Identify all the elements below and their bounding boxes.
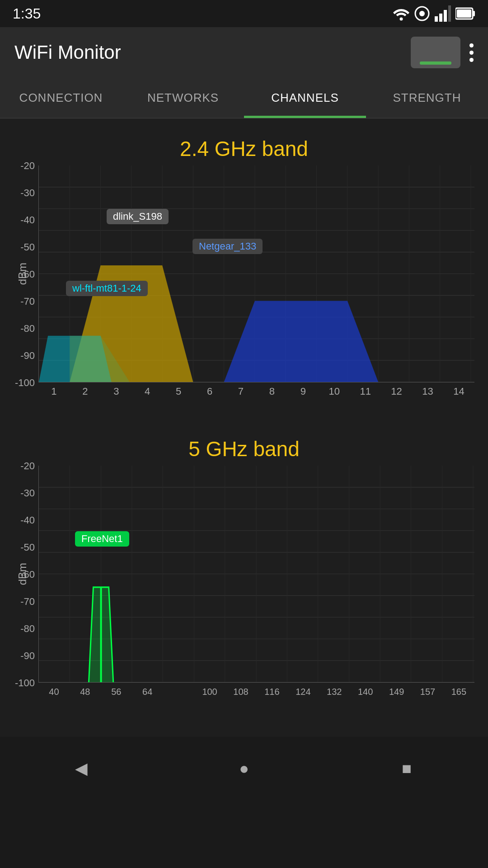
y5-label-70: -70 [20, 596, 35, 608]
wl-ftl-label: wl-ftl-mt81-1-24 [66, 281, 148, 296]
svg-rect-8 [473, 11, 475, 16]
screenshot-icon [420, 61, 451, 65]
netgear-label: Netgear_133 [192, 239, 263, 254]
x5-label-40: 40 [38, 683, 70, 701]
x-label-7: 7 [225, 382, 257, 401]
x5-label-132: 132 [319, 683, 350, 701]
main-content: 2.4 GHz band dBm [0, 118, 488, 737]
y5-label-40: -40 [20, 514, 35, 526]
x5-label-124: 124 [287, 683, 319, 701]
app-bar-actions [411, 37, 474, 68]
svg-rect-5 [444, 10, 447, 22]
band-24ghz-title: 2.4 GHz band [0, 127, 488, 165]
more-dot-2 [469, 51, 474, 55]
svg-rect-6 [448, 5, 451, 22]
y-label-50: -50 [20, 241, 35, 253]
back-button[interactable]: ◀ [63, 750, 99, 787]
x5-label-108: 108 [225, 683, 257, 701]
app-title: WiFi Monitor [14, 42, 121, 63]
x-label-6: 6 [194, 382, 225, 401]
x-label-13: 13 [412, 382, 443, 401]
screenshot-button[interactable] [411, 37, 460, 68]
x5-label-100: 100 [194, 683, 225, 701]
signal-icon [435, 5, 451, 22]
x-label-8: 8 [256, 382, 287, 401]
status-time: 1:35 [13, 5, 41, 22]
y-label-70: -70 [20, 296, 35, 307]
x-label-2: 2 [70, 382, 101, 401]
x5-label-149: 149 [381, 683, 412, 701]
band-5-chart-svg [39, 466, 474, 682]
x5-label-64: 64 [132, 683, 163, 701]
more-dot-1 [469, 43, 474, 47]
y-label-100: -100 [15, 377, 35, 389]
app-bar: WiFi Monitor [0, 27, 488, 78]
battery-icon [455, 5, 475, 22]
x-label-14: 14 [443, 382, 474, 401]
y5-label-50: -50 [20, 542, 35, 553]
netgear-shape [224, 301, 378, 382]
y-label-90: -90 [20, 350, 35, 362]
y5-label-90: -90 [20, 650, 35, 662]
y5-label-20: -20 [20, 460, 35, 472]
y5-label-60: -60 [20, 569, 35, 580]
y-label-80: -80 [20, 323, 35, 335]
x-label-9: 9 [287, 382, 319, 401]
home-button[interactable]: ● [226, 750, 262, 787]
app-icon-1 [414, 5, 430, 22]
svg-rect-3 [435, 16, 438, 22]
status-icons [393, 5, 475, 22]
more-dot-3 [469, 58, 474, 62]
svg-rect-9 [457, 9, 471, 18]
y5-label-80: -80 [20, 623, 35, 635]
y-label-30: -30 [20, 187, 35, 199]
x-label-11: 11 [350, 382, 381, 401]
tab-connection[interactable]: CONNECTION [0, 78, 122, 118]
x5-label-48: 48 [70, 683, 101, 701]
y5-label-100: -100 [15, 677, 35, 689]
tab-bar: CONNECTION NETWORKS CHANNELS STRENGTH [0, 78, 488, 118]
x-label-3: 3 [101, 382, 132, 401]
svg-point-2 [419, 11, 425, 16]
y-label-60: -60 [20, 269, 35, 280]
band-24ghz-section: 2.4 GHz band dBm [0, 127, 488, 401]
svg-point-0 [400, 18, 403, 21]
tab-channels[interactable]: CHANNELS [244, 78, 366, 118]
band-24-chart-svg [39, 165, 474, 382]
svg-rect-4 [439, 14, 442, 22]
tab-strength[interactable]: STRENGTH [366, 78, 488, 118]
x5-label-gap [163, 683, 194, 701]
band-5ghz-title: 5 GHz band [0, 428, 488, 466]
status-bar: 1:35 [0, 0, 488, 27]
x-label-10: 10 [319, 382, 350, 401]
x5-label-56: 56 [101, 683, 132, 701]
x-label-5: 5 [163, 382, 194, 401]
x-label-12: 12 [381, 382, 412, 401]
x-label-1: 1 [38, 382, 70, 401]
band-5ghz-section: 5 GHz band dBm [0, 428, 488, 701]
wifi-icon [393, 5, 409, 22]
x5-label-165: 165 [443, 683, 474, 701]
recent-button[interactable]: ■ [389, 750, 425, 787]
x5-label-116: 116 [256, 683, 287, 701]
bottom-nav: ◀ ● ■ [0, 746, 488, 791]
dlink-label: dlink_S198 [107, 209, 169, 224]
x-label-4: 4 [132, 382, 163, 401]
x5-label-140: 140 [350, 683, 381, 701]
freenet1-label: FreeNet1 [75, 531, 129, 547]
x5-label-157: 157 [412, 683, 443, 701]
y-label-20: -20 [20, 160, 35, 172]
y5-label-30: -30 [20, 487, 35, 499]
tab-networks[interactable]: NETWORKS [122, 78, 244, 118]
y-label-40: -40 [20, 214, 35, 226]
more-menu-button[interactable] [469, 43, 474, 62]
